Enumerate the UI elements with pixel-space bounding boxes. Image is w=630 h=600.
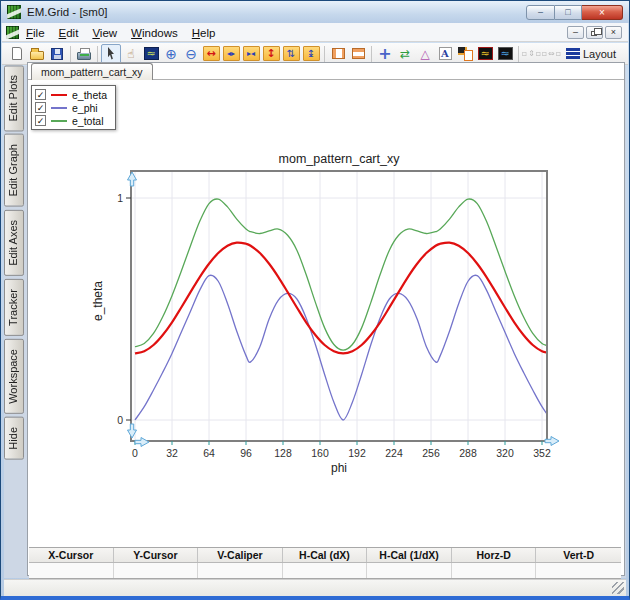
- legend-label: e_total: [72, 115, 104, 127]
- cursor-table-cell: [198, 563, 283, 578]
- cursor-table-header: Horz-D: [452, 548, 537, 562]
- split-vertical-icon: [332, 48, 345, 59]
- menu-view[interactable]: View: [85, 25, 124, 41]
- edit-axes-tool-button[interactable]: [395, 44, 415, 64]
- status-bar: [4, 579, 626, 596]
- y-tick-label: 0: [117, 414, 123, 426]
- legend-row: ✓e_total: [35, 114, 107, 127]
- cursor-table-cell: [452, 563, 537, 578]
- x-tick-label: 32: [166, 447, 178, 459]
- menu-help[interactable]: Help: [185, 25, 223, 41]
- arrows-y-icon: [283, 46, 300, 61]
- x-tick-label: 256: [422, 447, 440, 459]
- arrows-x-button[interactable]: [221, 44, 241, 64]
- chart-plot[interactable]: 032649612816019222425628832035201phi: [101, 166, 571, 481]
- print-button[interactable]: [74, 44, 94, 64]
- layout-button[interactable]: Layout: [562, 44, 620, 64]
- sidebar-tab-strip: Edit PlotsEdit GraphEdit AxesTrackerWork…: [4, 65, 27, 462]
- sidebar-tab-workspace[interactable]: Workspace: [4, 339, 24, 414]
- resize-grip[interactable]: [612, 582, 624, 594]
- zoom-in-button[interactable]: [161, 44, 181, 64]
- legend-checkbox-e_total[interactable]: ✓: [35, 115, 46, 126]
- fit-view-button[interactable]: [141, 44, 161, 64]
- menu-file[interactable]: File: [19, 25, 52, 41]
- document-tab[interactable]: mom_pattern_cart_xy: [31, 63, 153, 80]
- toolbar-separator: [518, 46, 519, 62]
- axis-handle-origin-icon[interactable]: [135, 438, 149, 447]
- sidebar-tab-tracker[interactable]: Tracker: [4, 279, 24, 336]
- arrows-x-icon: [223, 46, 240, 61]
- expand-y-button[interactable]: [261, 44, 281, 64]
- toolbar-separator: [97, 46, 98, 62]
- triangle-marker-button[interactable]: [415, 44, 435, 64]
- arrows-y-button[interactable]: [281, 44, 301, 64]
- open-file-icon: [30, 51, 44, 60]
- sidebar-tab-edit-plots[interactable]: Edit Plots: [4, 65, 24, 131]
- cursor-table-cell: [367, 563, 452, 578]
- save-file-button[interactable]: [47, 44, 67, 64]
- colormap-button[interactable]: [455, 44, 475, 64]
- legend-checkbox-e_theta[interactable]: ✓: [35, 89, 46, 100]
- cursor-table-cell: [114, 563, 199, 578]
- minimize-button[interactable]: –: [526, 5, 555, 20]
- curve-style-2-icon: [498, 47, 513, 60]
- select-cursor-button[interactable]: [101, 44, 121, 64]
- link-y-button[interactable]: [522, 44, 542, 64]
- link-y-icon: [522, 50, 543, 58]
- text-label-icon: [439, 47, 452, 60]
- layout-label: Layout: [583, 48, 616, 60]
- x-tick-label: 128: [274, 447, 292, 459]
- cursor-table-header: H-Cal (1/dX): [367, 548, 452, 562]
- close-button[interactable]: ×: [582, 5, 623, 20]
- legend-line-swatch: [51, 94, 67, 96]
- legend-line-swatch: [51, 120, 67, 122]
- compress-x-icon: [243, 46, 260, 61]
- y-tick-label: 1: [117, 192, 123, 204]
- colormap-icon: [458, 47, 473, 61]
- crosshair-button[interactable]: [375, 44, 395, 64]
- sidebar-tab-hide[interactable]: Hide: [4, 417, 24, 460]
- menu-windows[interactable]: Windows: [124, 25, 185, 41]
- zoom-in-icon: [165, 47, 177, 61]
- document-icon[interactable]: [6, 26, 19, 39]
- new-document-button[interactable]: [7, 44, 27, 64]
- compress-x-button[interactable]: [241, 44, 261, 64]
- curve-e_phi: [135, 275, 551, 420]
- zoom-out-icon: [185, 47, 197, 61]
- mdi-close-button[interactable]: ×: [605, 26, 622, 39]
- menu-edit[interactable]: Edit: [52, 25, 86, 41]
- triangle-marker-icon: [420, 48, 429, 60]
- plot-legend: ✓e_theta✓e_phi✓e_total: [31, 85, 116, 130]
- window-title: EM.Grid - [sm0]: [27, 6, 108, 18]
- zoom-out-button[interactable]: [181, 44, 201, 64]
- split-horizontal-button[interactable]: [348, 44, 368, 64]
- expand-x-button[interactable]: [201, 44, 221, 64]
- cursor-table-cell: [29, 563, 114, 578]
- crosshair-icon: [378, 46, 391, 62]
- layout-icon: [566, 48, 580, 59]
- expand-x-icon: [203, 46, 220, 61]
- curve-style-2-button[interactable]: [495, 44, 515, 64]
- cursor-table-cell: [283, 563, 368, 578]
- sidebar-tab-edit-graph[interactable]: Edit Graph: [4, 134, 24, 207]
- maximize-button[interactable]: □: [555, 5, 582, 20]
- cursor-table-header: X-Cursor: [29, 548, 114, 562]
- legend-checkbox-e_phi[interactable]: ✓: [35, 102, 46, 113]
- split-vertical-button[interactable]: [328, 44, 348, 64]
- curve-style-1-button[interactable]: [475, 44, 495, 64]
- mdi-restore-button[interactable]: [586, 26, 603, 39]
- pan-hand-button[interactable]: [121, 44, 141, 64]
- curve-e_theta: [135, 243, 551, 354]
- mdi-minimize-button[interactable]: –: [567, 26, 584, 39]
- y-axis-label: e_theta: [91, 281, 105, 321]
- toolbar-separator: [324, 46, 325, 62]
- open-file-button[interactable]: [27, 44, 47, 64]
- link-x-button[interactable]: [542, 44, 562, 64]
- split-horizontal-icon: [352, 48, 365, 59]
- cursor-table-header: Y-Cursor: [114, 548, 199, 562]
- text-label-button[interactable]: [435, 44, 455, 64]
- sidebar-tab-edit-axes[interactable]: Edit Axes: [4, 210, 24, 276]
- compress-y-button[interactable]: [301, 44, 321, 64]
- toolbar-separator: [70, 46, 71, 62]
- x-tick-label: 192: [348, 447, 366, 459]
